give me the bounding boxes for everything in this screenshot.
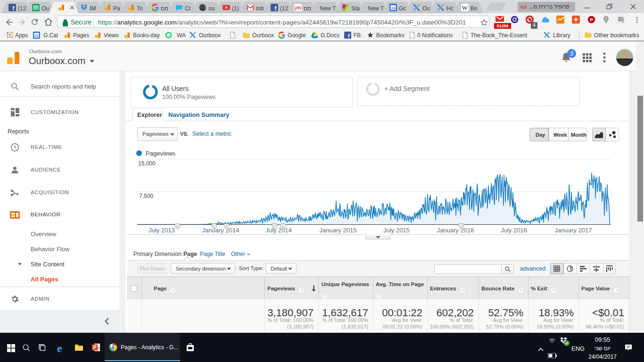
svg-text:24: 24 — [391, 6, 396, 10]
svg-text:P: P — [590, 17, 593, 22]
svg-text:22: 22 — [35, 34, 39, 37]
svg-text:W: W — [462, 4, 468, 11]
svg-text:f: f — [348, 33, 350, 39]
svg-text:קמ: קמ — [520, 4, 527, 9]
svg-text:מק: מק — [295, 5, 301, 10]
svg-text:P: P — [93, 345, 97, 350]
